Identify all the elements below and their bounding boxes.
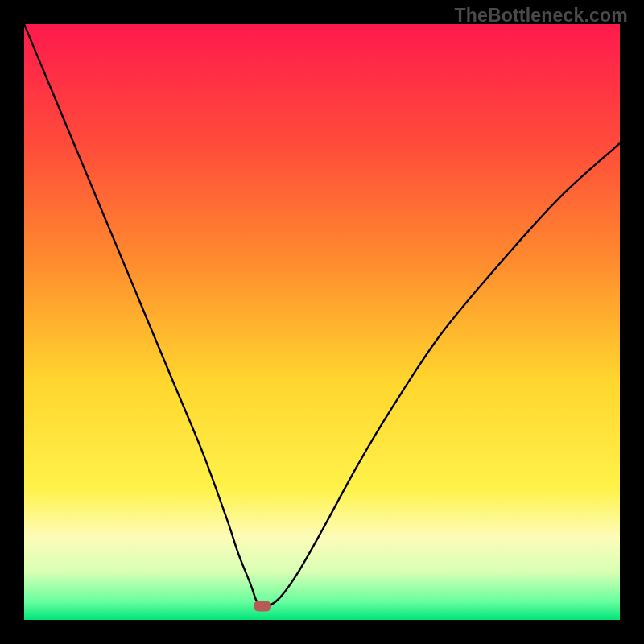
chart-frame: TheBottleneck.com xyxy=(0,0,644,644)
marker-point xyxy=(254,601,271,611)
plot-area xyxy=(24,24,620,620)
chart-svg xyxy=(24,24,620,620)
watermark-text: TheBottleneck.com xyxy=(454,5,628,27)
